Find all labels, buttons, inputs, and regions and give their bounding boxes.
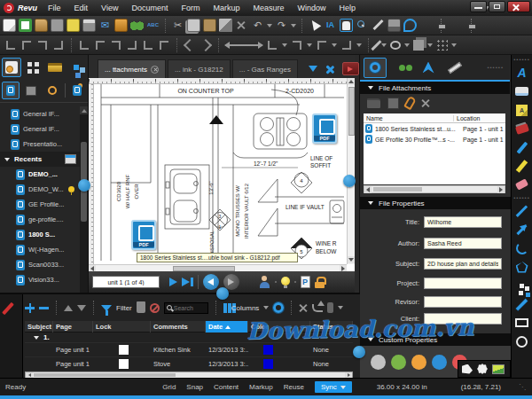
delete-icon[interactable]: [235, 19, 248, 32]
swatch-blue[interactable]: [432, 355, 447, 370]
subtab-studio[interactable]: [43, 82, 61, 99]
col-lock[interactable]: Lock: [93, 321, 151, 332]
project-input[interactable]: [424, 278, 502, 289]
color-chip[interactable]: [263, 345, 273, 355]
paste-icon[interactable]: [203, 19, 216, 32]
pdf-attachment-icon[interactable]: PDF: [312, 113, 337, 144]
tab-properties-gear[interactable]: [364, 58, 387, 78]
align-top-icon[interactable]: [20, 39, 33, 51]
markup-row[interactable]: Page unit 1 Kitchen Sink 12/3/2013 3:...…: [25, 343, 353, 357]
polygon-tool-icon[interactable]: [514, 260, 530, 274]
col-page[interactable]: Page: [53, 321, 93, 332]
doc-tab-sink[interactable]: ... ink - G18212: [168, 59, 231, 78]
menu-document[interactable]: Document: [131, 4, 168, 12]
page-indicator-field[interactable]: [92, 276, 160, 288]
drawing-canvas[interactable]: ON COUNTER TOP 2-CD2020 LINE OF SOFFIT 1…: [89, 78, 355, 271]
arc-tool-icon[interactable]: [514, 241, 530, 255]
collapse-caret-icon[interactable]: [4, 158, 10, 161]
col-comments[interactable]: Comments: [151, 321, 206, 332]
bullet-list-caret[interactable]: [332, 43, 337, 47]
col-subject[interactable]: Subject: [25, 321, 53, 332]
toggle-grid[interactable]: Grid: [162, 383, 176, 391]
menu-file[interactable]: File: [48, 4, 61, 12]
back-view-button[interactable]: [203, 274, 219, 290]
title-input[interactable]: [424, 216, 502, 228]
toggle-markup[interactable]: Markup: [249, 383, 273, 391]
toggle-sync[interactable]: Sync: [315, 381, 352, 393]
maximize-button[interactable]: [489, 1, 505, 12]
opacity-slider[interactable]: [471, 19, 477, 33]
bottom-splitter-handle[interactable]: [216, 287, 229, 300]
arrow-tool-icon[interactable]: [514, 223, 530, 237]
list-item[interactable]: General IF...: [0, 106, 80, 121]
menu-form[interactable]: Form: [181, 4, 200, 12]
tab-file-access[interactable]: [2, 58, 21, 77]
list-item[interactable]: 1800 S...: [0, 227, 80, 242]
save-icon[interactable]: [51, 19, 64, 32]
remove-markup-icon[interactable]: [39, 303, 49, 313]
list-item[interactable]: General IF...: [0, 121, 80, 137]
pages-icon[interactable]: [413, 40, 424, 51]
status-caret[interactable]: [338, 306, 343, 309]
collapse-caret-icon[interactable]: [368, 201, 373, 205]
unlock-icon[interactable]: [315, 277, 325, 288]
select-cursor-icon[interactable]: [308, 19, 321, 32]
resize-grip[interactable]: ⋱: [519, 383, 527, 391]
trash-icon[interactable]: [137, 303, 145, 313]
dimension-tool-icon[interactable]: [514, 297, 530, 311]
sidebar-scrollbar[interactable]: [80, 106, 88, 293]
resize-arrow-icon[interactable]: [225, 44, 262, 46]
right-splitter-handle[interactable]: [343, 175, 356, 187]
menu-edit[interactable]: Edit: [74, 4, 89, 12]
search-input[interactable]: [174, 305, 206, 311]
list-item[interactable]: GE Profile...: [0, 197, 80, 212]
exit-presentation-button[interactable]: [342, 62, 359, 75]
swatch-gray[interactable]: [371, 355, 386, 370]
line-style-icon[interactable]: [340, 39, 353, 51]
collapse-caret-icon[interactable]: [368, 86, 373, 90]
rectangle-tool-icon[interactable]: [514, 316, 530, 330]
next-page-icon[interactable]: [169, 278, 177, 286]
new-file-icon[interactable]: [3, 19, 16, 32]
redo-caret[interactable]: [291, 24, 296, 27]
search-binoculars-icon[interactable]: [130, 19, 144, 32]
last-page-icon[interactable]: [182, 278, 193, 286]
draw-ellipse-caret[interactable]: [404, 43, 410, 47]
note-tool-icon[interactable]: A: [514, 103, 530, 117]
undo-icon[interactable]: ↶: [251, 19, 264, 32]
hatch-caret[interactable]: [451, 43, 457, 47]
stamp-tool-icon[interactable]: [477, 364, 488, 374]
paperclip-icon[interactable]: [403, 96, 417, 111]
select-text-icon[interactable]: IA: [324, 19, 337, 32]
corner-splitter-handle[interactable]: [353, 346, 365, 358]
tab-thumbnails[interactable]: [24, 58, 43, 77]
list-item[interactable]: DEMO_...: [0, 167, 80, 182]
list-indent-icon[interactable]: [266, 39, 278, 51]
attachments-scrollbar[interactable]: [364, 185, 505, 193]
list-item[interactable]: W(-Hagen...: [0, 242, 80, 257]
list-item[interactable]: ge-profile....: [0, 212, 80, 227]
measure-pen-icon[interactable]: [372, 19, 385, 32]
draw-ellipse-icon[interactable]: [390, 41, 401, 50]
save-attachment-icon[interactable]: [387, 98, 399, 109]
spellcheck-icon[interactable]: ABC: [146, 19, 160, 32]
attachment-row[interactable]: GE Profile 30 Profile™...s -... Page 1 -…: [364, 134, 505, 145]
eraser-tool-icon[interactable]: [514, 177, 530, 192]
open-attachment-icon[interactable]: [367, 98, 380, 108]
center-v-icon[interactable]: [94, 39, 106, 51]
sync-caret[interactable]: [340, 386, 346, 389]
subject-input[interactable]: [424, 258, 502, 270]
format-painter-icon[interactable]: [219, 19, 232, 32]
markups-settings-icon[interactable]: [273, 302, 284, 313]
toggle-reuse[interactable]: Reuse: [284, 383, 304, 391]
menu-measure[interactable]: Measure: [253, 4, 284, 12]
text-tool-icon[interactable]: A: [514, 66, 530, 80]
draw-line-icon[interactable]: [371, 40, 381, 51]
column-location[interactable]: Location: [454, 115, 480, 121]
canvas-hscrollbar[interactable]: [89, 264, 347, 271]
move-up-icon[interactable]: [64, 305, 73, 311]
list-indent-caret[interactable]: [282, 43, 287, 47]
tab-measure[interactable]: [443, 58, 466, 78]
drag-dots[interactable]: ••••••: [513, 196, 530, 200]
copy-icon[interactable]: [187, 19, 200, 32]
